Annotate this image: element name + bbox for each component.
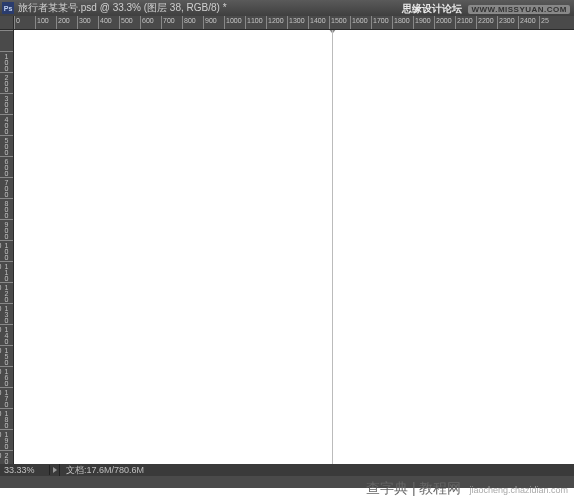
- ruler-tick: 1900: [413, 16, 434, 29]
- document-title: 旅行者某某号.psd @ 33.3% (图层 38, RGB/8) *: [18, 1, 227, 15]
- ruler-tick: 100: [0, 51, 13, 72]
- watermark-top: 思缘设计论坛 WWW.MISSYUAN.COM: [402, 2, 570, 16]
- ruler-tick: 1500: [329, 16, 350, 29]
- ruler-tick: [0, 30, 13, 51]
- zoom-level[interactable]: 33.33%: [0, 465, 50, 475]
- ruler-tick: 1200: [0, 282, 13, 303]
- ruler-tick: 400: [98, 16, 119, 29]
- scroll-right-icon[interactable]: [50, 464, 60, 476]
- ruler-tick: 25: [539, 16, 560, 29]
- horizontal-ruler[interactable]: 0100200300400500600700800900100011001200…: [14, 16, 574, 30]
- ruler-tick: 1700: [0, 387, 13, 408]
- ruler-tick: 600: [140, 16, 161, 29]
- ruler-tick: 1400: [308, 16, 329, 29]
- ruler-tick: 1600: [350, 16, 371, 29]
- ruler-tick: 800: [0, 198, 13, 219]
- ruler-tick: 500: [119, 16, 140, 29]
- ruler-tick: 1700: [371, 16, 392, 29]
- ruler-tick: 2400: [518, 16, 539, 29]
- ruler-tick: 1000: [0, 240, 13, 261]
- watermark-bottom-url: jiaocheng.chazidian.com: [469, 485, 568, 495]
- ruler-tick: 1100: [0, 261, 13, 282]
- ruler-tick: 900: [203, 16, 224, 29]
- ruler-tick: 2100: [455, 16, 476, 29]
- watermark-brand: 查字典 | 教程网: [366, 480, 461, 498]
- ruler-tick: 400: [0, 114, 13, 135]
- canvas[interactable]: [14, 30, 574, 464]
- ruler-tick: 1500: [0, 345, 13, 366]
- document-size: 文档:17.6M/780.6M: [60, 464, 144, 477]
- ruler-tick: 200: [0, 72, 13, 93]
- ruler-tick: 600: [0, 156, 13, 177]
- ruler-tick: 300: [77, 16, 98, 29]
- ruler-tick: 100: [35, 16, 56, 29]
- ruler-tick: 1300: [287, 16, 308, 29]
- ruler-tick: 700: [161, 16, 182, 29]
- ruler-tick: 1400: [0, 324, 13, 345]
- ruler-tick: 1100: [245, 16, 266, 29]
- watermark-bottom: 查字典 | 教程网 jiaocheng.chazidian.com: [366, 480, 568, 498]
- ruler-tick: 300: [0, 93, 13, 114]
- photoshop-window: Ps 旅行者某某号.psd @ 33.3% (图层 38, RGB/8) * 思…: [0, 0, 574, 488]
- ruler-tick: 800: [182, 16, 203, 29]
- ruler-tick: 1800: [392, 16, 413, 29]
- app-icon: Ps: [2, 2, 14, 14]
- ruler-tick: 1800: [0, 408, 13, 429]
- ruler-tick: 500: [0, 135, 13, 156]
- vertical-guide[interactable]: [332, 30, 333, 464]
- ruler-origin[interactable]: [0, 16, 14, 30]
- ruler-tick: 900: [0, 219, 13, 240]
- ruler-tick: 1000: [224, 16, 245, 29]
- ruler-tick: 1900: [0, 429, 13, 450]
- ruler-tick: 1600: [0, 366, 13, 387]
- ruler-tick: 1200: [266, 16, 287, 29]
- watermark-url: WWW.MISSYUAN.COM: [468, 5, 570, 14]
- vertical-ruler[interactable]: 1002003004005006007008009001000110012001…: [0, 30, 14, 464]
- ruler-tick: 0: [14, 16, 35, 29]
- ruler-tick: 700: [0, 177, 13, 198]
- ruler-tick: 2200: [476, 16, 497, 29]
- ruler-tick: 2000: [0, 450, 13, 464]
- watermark-text: 思缘设计论坛: [402, 2, 462, 16]
- ruler-tick: 200: [56, 16, 77, 29]
- ruler-tick: 2300: [497, 16, 518, 29]
- status-bar: 33.33% 文档:17.6M/780.6M: [0, 464, 574, 476]
- ruler-tick: 2000: [434, 16, 455, 29]
- ruler-tick: 1300: [0, 303, 13, 324]
